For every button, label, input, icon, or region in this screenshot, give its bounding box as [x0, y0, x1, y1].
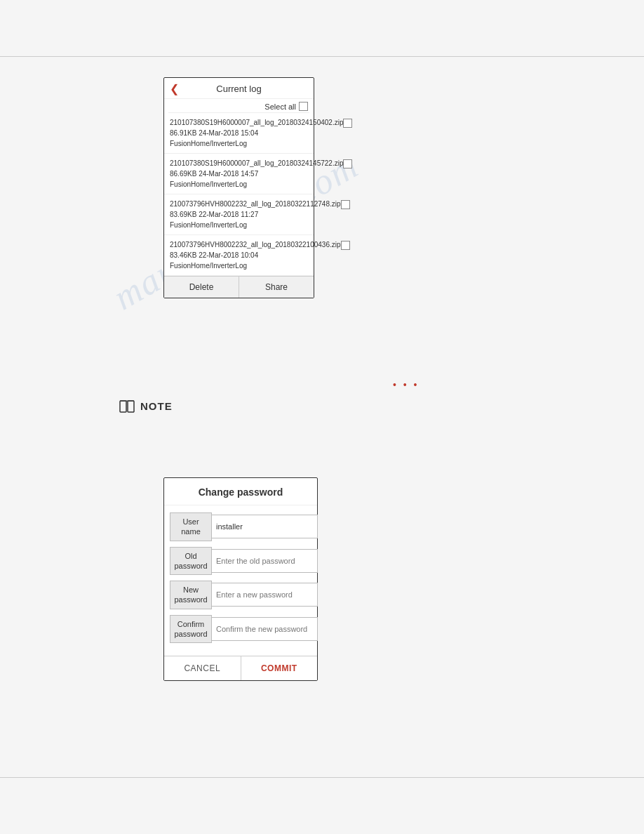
log-item-meta-3: 83.46KB 22-Mar-2018 10:04: [170, 250, 341, 260]
log-item-filename-0: 210107380S19H6000007_all_log_20180324150…: [170, 117, 343, 128]
pw-input-username[interactable]: [212, 515, 318, 538]
log-back-icon[interactable]: ❮: [170, 82, 179, 95]
log-item-info-3: 210073796HVH8002232_all_log_201803221004…: [170, 239, 341, 271]
pw-field-row-old-password: Old password: [170, 547, 311, 576]
pw-label-confirm-password: Confirm password: [170, 615, 212, 644]
three-dots: • • •: [393, 379, 419, 390]
log-item-filename-2: 210073796HVH8002232_all_log_201803221127…: [170, 199, 341, 209]
pw-fields: User name Old password New password Conf…: [164, 505, 317, 656]
log-item-3: 210073796HVH8002232_all_log_201803221004…: [164, 235, 314, 276]
log-item-filename-1: 210107380S19H6000007_all_log_20180324145…: [170, 158, 343, 168]
pw-label-username: User name: [170, 512, 212, 541]
log-item-meta-2: 83.69KB 22-Mar-2018 11:27: [170, 209, 341, 220]
pw-cancel-button[interactable]: CANCEL: [164, 656, 241, 680]
log-item-path-0: FusionHome/InverterLog: [170, 138, 343, 149]
pw-label-new-password: New password: [170, 581, 212, 609]
note-section: NOTE: [119, 400, 173, 415]
note-book-icon: [119, 400, 135, 415]
log-select-all-label: Select all: [264, 102, 296, 111]
svg-rect-1: [128, 401, 134, 412]
log-item-path-2: FusionHome/InverterLog: [170, 220, 341, 230]
log-select-all-row: Select all: [164, 99, 314, 112]
log-item-path-1: FusionHome/InverterLog: [170, 179, 343, 190]
change-password-panel: Change password User name Old password N…: [163, 477, 318, 681]
svg-rect-0: [120, 401, 126, 412]
pw-input-old-password[interactable]: [212, 549, 318, 573]
log-item-path-3: FusionHome/InverterLog: [170, 260, 341, 271]
pw-input-new-password[interactable]: [212, 583, 318, 607]
log-item-1: 210107380S19H6000007_all_log_20180324145…: [164, 154, 314, 194]
top-rule: [0, 56, 644, 57]
log-item-0: 210107380S19H6000007_all_log_20180324150…: [164, 113, 314, 154]
log-panel: ❮ Current log Select all 210107380S19H60…: [163, 77, 314, 298]
log-share-button[interactable]: Share: [239, 277, 314, 298]
log-item-checkbox-1[interactable]: [343, 159, 352, 168]
log-item-checkbox-3[interactable]: [341, 241, 350, 250]
log-panel-title: Current log: [216, 84, 261, 94]
log-item-filename-3: 210073796HVH8002232_all_log_201803221004…: [170, 239, 341, 250]
log-select-all-checkbox[interactable]: [299, 102, 308, 111]
pw-footer: CANCEL COMMIT: [164, 656, 317, 680]
log-item-meta-1: 86.69KB 24-Mar-2018 14:57: [170, 168, 343, 179]
pw-field-row-username: User name: [170, 512, 311, 541]
log-item-checkbox-0[interactable]: [343, 119, 352, 128]
log-item-checkbox-2[interactable]: [341, 200, 350, 209]
log-item-2: 210073796HVH8002232_all_log_201803221127…: [164, 194, 314, 235]
log-item-info-2: 210073796HVH8002232_all_log_201803221127…: [170, 199, 341, 230]
log-item-info-1: 210107380S19H6000007_all_log_20180324145…: [170, 158, 343, 190]
log-footer: Delete Share: [164, 276, 314, 298]
log-item-meta-0: 86.91KB 24-Mar-2018 15:04: [170, 128, 343, 138]
pw-input-confirm-password[interactable]: [212, 617, 318, 641]
pw-panel-title: Change password: [164, 478, 317, 505]
log-item-info-0: 210107380S19H6000007_all_log_20180324150…: [170, 117, 343, 149]
pw-label-old-password: Old password: [170, 547, 212, 576]
note-label: NOTE: [140, 400, 173, 412]
pw-commit-button[interactable]: COMMIT: [241, 656, 318, 680]
pw-field-row-confirm-password: Confirm password: [170, 615, 311, 644]
log-delete-button[interactable]: Delete: [164, 277, 239, 298]
bottom-rule: [0, 777, 644, 778]
log-panel-header: ❮ Current log: [164, 78, 314, 99]
pw-field-row-new-password: New password: [170, 581, 311, 609]
